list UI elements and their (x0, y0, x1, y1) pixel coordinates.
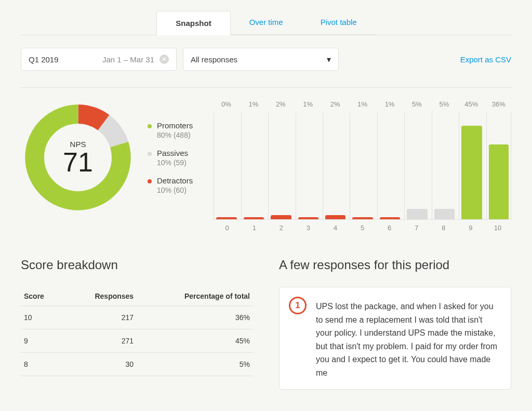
bar-x-label: 4 (322, 224, 349, 232)
tab-pivot-table[interactable]: Pivot table (302, 10, 376, 35)
chevron-down-icon: ▾ (327, 55, 331, 64)
bar-col: 1% (377, 100, 402, 219)
bar-x-label: 5 (349, 224, 376, 232)
bar-pct-label: 2% (276, 100, 286, 108)
bar-x-label: 1 (241, 224, 268, 232)
cell-score: 10 (21, 306, 64, 329)
bar-col: 1% (296, 100, 321, 219)
bar-x-label: 0 (214, 224, 241, 232)
tab-over-time[interactable]: Over time (231, 10, 302, 35)
cell-responses: 271 (64, 329, 137, 353)
swatch-icon (148, 179, 152, 183)
bar (352, 217, 373, 219)
cell-responses: 30 (64, 353, 137, 376)
th-pct: Percentage of total (137, 287, 253, 306)
bar-pct-label: 2% (330, 100, 340, 108)
date-range-picker[interactable]: Q1 2019 Jan 1 – Mar 31 ✕ (21, 48, 177, 71)
response-card[interactable]: 1 UPS lost the package, and when I asked… (279, 287, 511, 390)
bar-pct-label: 5% (440, 100, 449, 108)
bar-col: 1% (350, 100, 375, 219)
swatch-icon (148, 152, 152, 156)
tab-snapshot[interactable]: Snapshot (156, 11, 230, 35)
cell-responses: 217 (64, 306, 137, 329)
response-text: UPS lost the package, and when I asked f… (316, 300, 497, 380)
bar-col: 36% (486, 100, 511, 219)
bar (325, 215, 345, 219)
cell-score: 9 (21, 329, 64, 353)
bar-pct-label: 1% (357, 100, 367, 108)
bar-col: 2% (268, 100, 293, 219)
cell-score: 8 (21, 353, 64, 376)
legend-promoters: Promoters 80% (488) (148, 121, 193, 139)
filters-row: Q1 2019 Jan 1 – Mar 31 ✕ All responses ▾… (21, 35, 511, 83)
legend-detractors-sub: 10% (60) (157, 186, 193, 194)
score-distribution-chart: 0%1%2%1%2%1%1%5%5%45%36% 012345678910 (214, 100, 511, 232)
bar-x-label: 2 (268, 224, 295, 232)
segment-select-label: All responses (191, 55, 237, 64)
bar-pct-label: 1% (385, 100, 395, 108)
bar-x-label: 8 (430, 224, 457, 232)
bar-x-label: 6 (376, 224, 403, 232)
table-row: 927145% (21, 329, 253, 353)
bar-x-label: 3 (295, 224, 322, 232)
th-responses: Responses (64, 287, 137, 306)
bar-col: 2% (323, 100, 348, 219)
bar-col: 5% (404, 100, 429, 219)
responses-preview: A few responses for this period 1 UPS lo… (279, 258, 511, 390)
segment-select[interactable]: All responses ▾ (183, 48, 339, 71)
score-breakdown-table: Score Responses Percentage of total 1021… (21, 287, 253, 376)
bar-pct-label: 1% (303, 100, 313, 108)
legend-promoters-sub: 80% (488) (157, 131, 193, 139)
nps-donut-block: NPS 71 Promoters 80% (488) Passives 1 (21, 100, 193, 215)
legend-passives-sub: 10% (59) (157, 158, 188, 167)
score-breakdown: Score breakdown Score Responses Percenta… (21, 258, 253, 390)
bar-x-label: 7 (403, 224, 430, 232)
legend-promoters-name: Promoters (157, 121, 193, 130)
nps-value: 71 (63, 149, 93, 176)
bar (216, 217, 236, 219)
table-row: 8305% (21, 353, 253, 376)
cell-pct: 5% (137, 353, 253, 376)
legend-passives-name: Passives (157, 149, 188, 157)
bar (407, 209, 427, 219)
bar (298, 217, 318, 219)
legend-passives: Passives 10% (59) (148, 149, 193, 167)
th-score: Score (21, 287, 64, 306)
nps-donut-chart: NPS 71 (21, 100, 135, 215)
clear-date-icon[interactable]: ✕ (159, 55, 169, 64)
bar (271, 215, 291, 219)
responses-title: A few responses for this period (279, 258, 511, 272)
bar-x-label: 9 (457, 224, 484, 232)
bar (244, 217, 264, 219)
bar-pct-label: 0% (221, 100, 231, 108)
nps-legend: Promoters 80% (488) Passives 10% (59) De… (148, 121, 193, 194)
bar-pct-label: 1% (248, 100, 258, 108)
date-range-value: Jan 1 – Mar 31 (102, 55, 154, 64)
legend-detractors-name: Detractors (157, 176, 193, 185)
bar (434, 209, 455, 219)
bar (461, 126, 482, 219)
bar-pct-label: 5% (412, 100, 422, 108)
score-breakdown-title: Score breakdown (21, 258, 253, 272)
bar-col: 0% (214, 100, 238, 219)
table-row: 1021736% (21, 306, 253, 329)
cell-pct: 45% (137, 329, 253, 353)
bar-col: 1% (241, 100, 266, 219)
tabs: Snapshot Over time Pivot table (21, 10, 511, 35)
cell-pct: 36% (137, 306, 253, 329)
bar-col: 5% (432, 100, 457, 219)
bar (380, 217, 400, 219)
date-range-label: Q1 2019 (29, 55, 59, 64)
bar-col: 45% (459, 100, 484, 219)
response-score-badge: 1 (289, 297, 307, 314)
export-csv-link[interactable]: Export as CSV (460, 55, 511, 64)
bar-x-label: 10 (484, 224, 511, 232)
divider (21, 87, 511, 88)
bar-pct-label: 36% (492, 100, 506, 108)
bar-pct-label: 45% (464, 100, 478, 108)
bar (489, 144, 509, 219)
swatch-icon (148, 124, 152, 128)
legend-detractors: Detractors 10% (60) (148, 176, 193, 194)
